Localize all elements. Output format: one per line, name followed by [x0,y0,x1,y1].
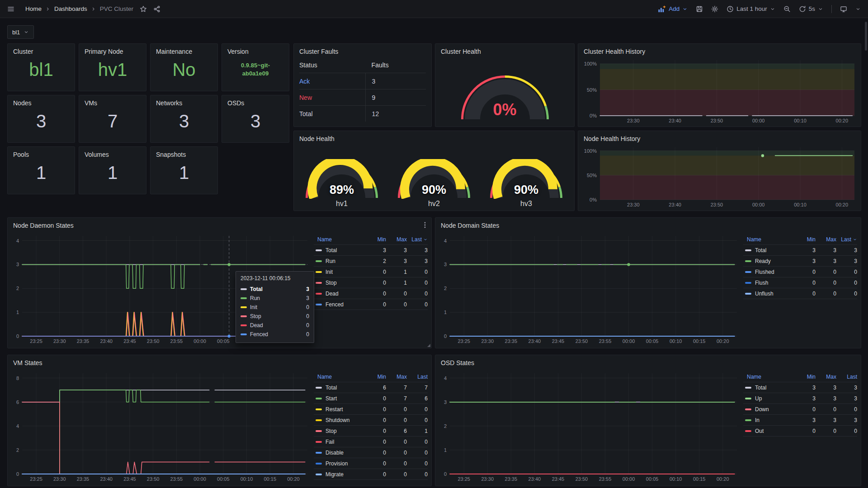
legend-header: Name Min Max Last [743,234,857,245]
panel-resize-handle[interactable] [427,344,430,347]
legend-col-min[interactable]: Min [365,374,386,380]
legend-row[interactable]: Unflush 0 0 0 [743,288,857,299]
chart-tooltip: 2023-12-11 00:06:15 Total 3 Run 3 Init 0 [236,271,314,343]
series-max: 1 [386,280,407,286]
fault-status-cell[interactable]: Total [299,110,365,117]
series-swatch [241,333,247,335]
legend-col-min[interactable]: Min [365,236,386,243]
table-row: New 9 [299,89,426,106]
legend-row[interactable]: Stop 0 1 0 [314,277,428,288]
legend-row[interactable]: Total 3 3 3 [743,245,857,256]
cluster-health-history-chart[interactable]: 0%50%100%23:3023:4023:5000:0000:1000:20 [581,57,857,125]
legend-row[interactable]: Provision 0 0 0 [314,458,428,469]
legend-col-min[interactable]: Min [795,236,816,243]
legend-row[interactable]: In 3 3 3 [743,415,857,426]
panel-title[interactable]: Node Health [294,131,574,142]
series-last: 0 [407,406,428,413]
panel-title[interactable]: Cluster Health [435,44,574,55]
legend-header: Name Min Max Last [314,371,428,382]
series-min: 3 [795,258,816,264]
column-header-status[interactable]: Status [299,61,365,69]
series-swatch [241,297,247,299]
series-min: 0 [365,280,386,286]
legend-row[interactable]: Start 0 7 6 [314,393,428,404]
legend-row[interactable]: Shutdown 0 0 0 [314,415,428,426]
panel-title[interactable]: Cluster Faults [294,44,431,55]
node-domain-states-chart[interactable]: 0123423:2523:3023:3523:4023:4523:5023:55… [438,233,740,345]
legend-row[interactable]: Fail 0 0 0 [314,436,428,447]
panel-menu-icon[interactable] [421,221,429,229]
series-max: 1 [386,269,407,275]
panel-title[interactable]: VM States [8,355,431,366]
panel-title[interactable]: Node Domain States [435,218,861,229]
legend-col-min[interactable]: Min [795,374,816,380]
legend-row[interactable]: Flush 0 0 0 [743,277,857,288]
node-health-history-chart[interactable]: 0%50%100%23:3023:4023:5000:0000:1000:20 [581,145,857,209]
fault-status-cell[interactable]: Ack [299,78,365,85]
fault-status-cell[interactable]: New [299,94,365,101]
legend-row[interactable]: Up 3 3 3 [743,393,857,404]
legend-row[interactable]: Total 3 3 3 [743,382,857,393]
legend-row[interactable]: Down 0 0 0 [743,404,857,415]
legend-row[interactable]: Flushed 0 0 0 [743,267,857,277]
legend-row[interactable]: Stop 0 6 1 [314,426,428,436]
series-swatch [316,249,322,251]
legend-col-last[interactable]: Last [836,236,857,243]
series-min: 0 [365,417,386,423]
legend-col-max[interactable]: Max [386,236,407,243]
panel-title[interactable]: Cluster Health History [578,44,861,55]
legend-row[interactable]: Total 6 7 7 [314,382,428,393]
svg-text:23:55: 23:55 [170,338,183,344]
stat-value: 7 [79,107,146,136]
stat-value: 1 [8,158,75,187]
node-health-value: 89% [297,183,386,197]
legend-col-last[interactable]: Last [407,374,428,380]
series-min: 0 [795,280,816,286]
svg-text:0: 0 [16,471,19,477]
legend-col-last[interactable]: Last [407,236,428,243]
svg-text:23:50: 23:50 [576,476,588,482]
legend-col-name[interactable]: Name [314,374,365,380]
legend-row[interactable]: Init 0 1 0 [314,267,428,277]
column-header-faults[interactable]: Faults [365,57,426,73]
legend-col-max[interactable]: Max [816,374,836,380]
series-min: 3 [795,395,816,402]
series-name: Ready [755,258,771,264]
stat-value: hv1 [79,55,146,84]
panel-title[interactable]: Node Health History [578,131,861,142]
legend-col-name[interactable]: Name [743,236,795,243]
series-min: 0 [365,395,386,402]
svg-text:00:15: 00:15 [264,476,276,482]
legend-col-name[interactable]: Name [314,236,365,243]
legend-col-max[interactable]: Max [816,236,836,243]
tooltip-series-value: 0 [306,322,309,328]
legend-col-name[interactable]: Name [743,374,795,380]
series-last: 0 [407,471,428,478]
osd-states-chart[interactable]: 0123423:2523:3023:3523:4023:4523:5023:55… [438,371,740,483]
legend-col-last[interactable]: Last [836,374,857,380]
vm-states-chart[interactable]: 0246823:2523:3023:3523:4023:4523:5023:55… [10,371,310,483]
legend-row[interactable]: Restart 0 0 0 [314,404,428,415]
legend-row[interactable]: Out 0 0 0 [743,426,857,436]
series-min: 0 [795,269,816,275]
legend-row[interactable]: Run 2 3 3 [314,256,428,267]
svg-text:23:25: 23:25 [458,338,470,344]
stat-panel: Primary Node hv1 [79,43,146,91]
legend-row[interactable]: Migrate 0 0 0 [314,469,428,480]
series-last: 6 [407,395,428,402]
series-max: 3 [816,247,836,253]
svg-text:00:00: 00:00 [623,476,635,482]
legend-row[interactable]: Ready 3 3 3 [743,256,857,267]
svg-text:23:30: 23:30 [53,338,66,344]
svg-text:100%: 100% [584,61,597,66]
legend-row[interactable]: Disable 0 0 0 [314,447,428,458]
panel-title[interactable]: Node Daemon States [8,218,431,229]
legend-header: Name Min Max Last [314,234,428,245]
legend-row[interactable]: Total 3 3 3 [314,245,428,256]
legend-row[interactable]: Fenced 0 0 0 [314,299,428,310]
legend-body: Total 3 3 3 Run 2 3 3 Init 0 1 0 Stop 0 [314,245,428,310]
legend-row[interactable]: Dead 0 0 0 [314,288,428,299]
svg-text:00:10: 00:10 [794,118,807,123]
panel-title[interactable]: OSD States [435,355,861,366]
legend-col-max[interactable]: Max [386,374,407,380]
